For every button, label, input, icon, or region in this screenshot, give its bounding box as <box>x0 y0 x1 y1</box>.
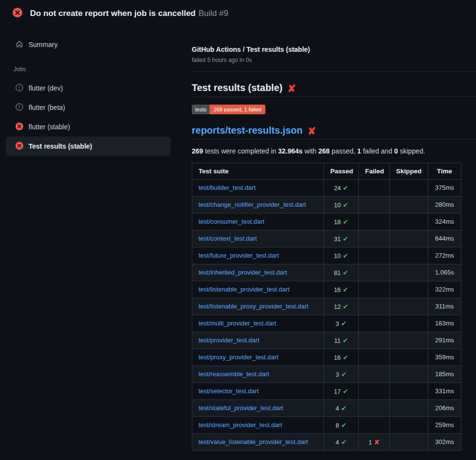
page-title: Do not create report when job is cancell… <box>30 9 228 18</box>
test-suite-link[interactable]: test/future_provider_test.dart <box>199 252 279 259</box>
check-icon: ✔ <box>341 404 347 412</box>
divider <box>192 71 476 72</box>
passed-count: 11 <box>334 337 341 344</box>
test-suite-cell: test/stream_provider_test.dart <box>192 417 324 434</box>
column-header-skipped: Skipped <box>390 163 428 180</box>
passed-cell: 10✔ <box>324 247 359 264</box>
table-row: test/multi_provider_test.dart3✔183ms <box>192 315 461 332</box>
summary-number: 1 <box>357 147 361 155</box>
test-suite-link[interactable]: test/selector_test.dart <box>199 387 259 395</box>
sidebar-item-label: Test results (stable) <box>29 142 92 150</box>
test-suite-link[interactable]: test/listenable_proxy_provider_test.dart <box>199 303 308 310</box>
sidebar-item-flutter-beta[interactable]: flutter (beta) <box>6 98 170 117</box>
skipped-cell <box>390 417 428 434</box>
column-header-failed: Failed <box>359 163 390 180</box>
check-run-header: Do not create report when job is cancell… <box>0 0 476 27</box>
failed-cell <box>359 315 390 332</box>
test-suite-cell: test/context_test.dart <box>192 230 324 247</box>
table-row: test/builder_test.dart24✔375ms <box>192 180 461 197</box>
skipped-cell <box>390 349 428 366</box>
failed-cell <box>359 366 390 383</box>
failed-cell <box>359 230 390 247</box>
sidebar-item-summary[interactable]: Summary <box>6 35 170 54</box>
check-icon: ✔ <box>341 370 347 378</box>
test-suite-link[interactable]: test/inherited_provider_test.dart <box>199 269 287 276</box>
sidebar-item-label: flutter (stable) <box>29 123 70 131</box>
section-heading: Test results (stable) ✘ <box>192 82 476 97</box>
failed-cell <box>359 264 390 281</box>
summary-text: failed and <box>361 147 395 155</box>
passed-cell: 4✔ <box>324 400 359 417</box>
summary-text: tests were completed in <box>203 147 278 155</box>
time-cell: 259ms <box>428 417 461 434</box>
summary-text: passed, <box>330 147 357 155</box>
test-suite-cell: test/listenable_proxy_provider_test.dart <box>192 298 324 315</box>
test-suite-link[interactable]: test/stream_provider_test.dart <box>199 421 282 429</box>
test-suite-link[interactable]: test/provider_test.dart <box>199 337 260 344</box>
sidebar-item-label: Summary <box>29 41 58 48</box>
time-cell: 272ms <box>428 247 461 264</box>
sidebar: Summary Jobs flutter (dev) flutter (beta… <box>0 27 184 156</box>
test-suite-cell: test/listenable_provider_test.dart <box>192 281 324 298</box>
check-icon: ✔ <box>341 438 347 446</box>
x-mark-icon: ✘ <box>287 83 296 93</box>
failed-cell <box>359 247 390 264</box>
passed-cell: 11✔ <box>324 332 359 349</box>
skipped-cell <box>390 298 428 315</box>
time-cell: 322ms <box>428 281 461 298</box>
passed-count: 31 <box>334 235 340 243</box>
test-suite-link[interactable]: test/reassemble_test.dart <box>199 370 269 378</box>
check-run-page: Do not create report when job is cancell… <box>0 0 476 451</box>
passed-count: 4 <box>336 405 339 412</box>
passed-cell: 18✔ <box>324 214 359 230</box>
check-icon: ✔ <box>341 320 347 327</box>
passed-count: 17 <box>334 388 340 395</box>
passed-count: 12 <box>334 303 340 310</box>
test-suite-link[interactable]: test/change_notifier_provider_test.dart <box>199 201 306 208</box>
badge-value: 268 passed, 1 failed <box>210 105 265 114</box>
time-cell: 185ms <box>428 366 461 383</box>
test-suite-link[interactable]: test/value_listenable_provider_test.dart <box>199 438 308 445</box>
test-suite-cell: test/change_notifier_provider_test.dart <box>192 197 324 214</box>
failed-cell: 1✘ <box>359 434 390 451</box>
passed-cell: 24✔ <box>324 180 359 197</box>
time-cell: 183ms <box>428 315 461 332</box>
tests-badge: tests 268 passed, 1 failed <box>192 105 265 114</box>
time-cell: 375ms <box>428 180 461 197</box>
sidebar-item-flutter-stable[interactable]: flutter (stable) <box>6 117 170 137</box>
check-icon: ✔ <box>343 201 349 209</box>
sidebar-item-test-results-stable[interactable]: Test results (stable) <box>6 137 170 156</box>
badge-label: tests <box>192 105 210 114</box>
stop-icon <box>15 84 23 93</box>
check-icon: ✔ <box>343 353 349 361</box>
summary-number: 268 <box>319 147 330 155</box>
table-row: test/stream_provider_test.dart8✔259ms <box>192 417 461 434</box>
test-suite-link[interactable]: test/proxy_provider_test.dart <box>199 353 278 361</box>
run-meta: failed 5 hours ago in 0s <box>192 57 476 63</box>
passed-cell: 12✔ <box>324 298 359 315</box>
test-suite-link[interactable]: test/builder_test.dart <box>199 184 256 191</box>
test-suite-link[interactable]: test/stateful_provider_test.dart <box>199 404 283 412</box>
skipped-cell <box>390 264 428 281</box>
test-suite-link[interactable]: test/listenable_provider_test.dart <box>199 286 290 293</box>
test-suite-link[interactable]: test/consumer_test.dart <box>199 218 264 225</box>
passed-cell: 10✔ <box>324 197 359 214</box>
sidebar-item-flutter-dev[interactable]: flutter (dev) <box>6 78 170 98</box>
passed-count: 8 <box>336 422 339 429</box>
report-file-link[interactable]: reports/test-results.json <box>192 125 303 136</box>
test-suite-link[interactable]: test/multi_provider_test.dart <box>199 320 276 327</box>
failed-count: 1 <box>369 439 372 446</box>
section-title: Test results (stable) <box>192 82 282 93</box>
passed-cell: 8✔ <box>324 417 359 434</box>
summary-number: 0 <box>394 147 398 155</box>
skipped-cell <box>390 247 428 264</box>
x-circle-fill-icon <box>15 123 23 132</box>
test-suite-link[interactable]: test/context_test.dart <box>199 235 257 242</box>
failed-cell <box>359 332 390 349</box>
skipped-cell <box>390 400 428 417</box>
table-row: test/context_test.dart31✔644ms <box>192 230 461 247</box>
table-row: test/listenable_proxy_provider_test.dart… <box>192 298 461 315</box>
sidebar-item-label: flutter (beta) <box>29 104 65 111</box>
column-header-test-suite: Test suite <box>192 163 324 180</box>
failed-cell <box>359 214 390 230</box>
